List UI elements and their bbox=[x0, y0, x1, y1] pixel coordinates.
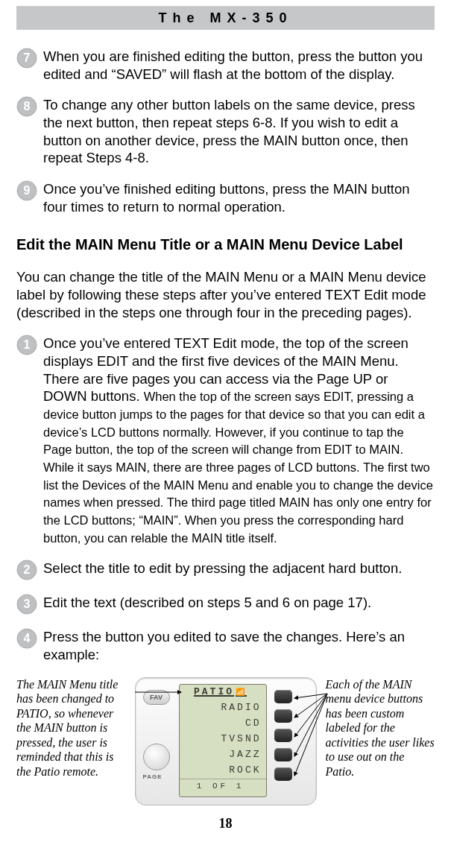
lcd-screen: PATIO📶 RADIO CD TVSND JAZZ ROCK 1 OF 1 bbox=[179, 684, 267, 797]
bullet-9: 9 bbox=[16, 180, 37, 201]
page-number: 18 bbox=[16, 816, 435, 831]
svg-text:7: 7 bbox=[24, 51, 31, 64]
svg-text:8: 8 bbox=[24, 100, 31, 113]
fav-button: FAV bbox=[143, 690, 170, 705]
step-1: 1 Once you’ve entered TEXT Edit mode, th… bbox=[16, 335, 435, 546]
svg-text:4: 4 bbox=[24, 632, 31, 644]
step-1-text: Once you’ve entered TEXT Edit mode, the … bbox=[43, 335, 435, 546]
step-2-text: Select the title to edit by pressing the… bbox=[43, 560, 435, 577]
step-8: 8 To change any other button labels on t… bbox=[16, 96, 435, 167]
bullet-8: 8 bbox=[16, 96, 37, 117]
svg-text:3: 3 bbox=[24, 598, 31, 610]
hard-buttons bbox=[274, 690, 292, 781]
step-3: 3 Edit the text (described on steps 5 an… bbox=[16, 594, 435, 615]
step-4-text: Press the button you edited to save the … bbox=[43, 628, 435, 663]
section-intro: You can change the title of the MAIN Men… bbox=[16, 268, 435, 321]
bullet-2: 2 bbox=[16, 560, 37, 580]
hard-button-5 bbox=[274, 767, 292, 781]
screen-title-text: PATIO bbox=[194, 686, 234, 697]
bullet-4: 4 bbox=[16, 628, 37, 649]
header-title: The MX-350 bbox=[158, 10, 292, 26]
signal-icon: 📶 bbox=[236, 688, 247, 697]
screen-row-5: ROCK bbox=[180, 763, 266, 779]
figure-caption-right: Each of the MAIN menu device buttons has… bbox=[326, 677, 435, 779]
screen-row-4: JAZZ bbox=[180, 747, 266, 763]
example-figure: The MAIN Menu title has been changed to … bbox=[16, 677, 435, 805]
figure-caption-left: The MAIN Menu title has been changed to … bbox=[16, 677, 126, 779]
screen-footer: 1 OF 1 bbox=[180, 779, 266, 794]
step-9: 9 Once you’ve finished editing buttons, … bbox=[16, 180, 435, 215]
step-4: 4 Press the button you edited to save th… bbox=[16, 628, 435, 663]
step-7-text: When you are finished editing the button… bbox=[43, 48, 435, 83]
device-illustration: FAV PAGE PATIO📶 RADIO CD TVSND JAZZ ROCK… bbox=[135, 677, 317, 805]
hard-button-2 bbox=[274, 709, 292, 723]
bullet-7: 7 bbox=[16, 48, 37, 69]
svg-text:2: 2 bbox=[24, 563, 31, 576]
bullet-3: 3 bbox=[16, 594, 37, 615]
header-bar: The MX-350 bbox=[16, 6, 435, 30]
step-3-text: Edit the text (described on steps 5 and … bbox=[43, 594, 435, 612]
screen-row-2: CD bbox=[180, 716, 266, 732]
screen-row-3: TVSND bbox=[180, 732, 266, 747]
hard-button-1 bbox=[274, 690, 292, 703]
hard-button-3 bbox=[274, 729, 292, 742]
page-button bbox=[143, 744, 170, 770]
step-2: 2 Select the title to edit by pressing t… bbox=[16, 560, 435, 580]
svg-text:1: 1 bbox=[24, 338, 31, 351]
hard-button-4 bbox=[274, 748, 292, 761]
screen-row-1: RADIO bbox=[180, 700, 266, 716]
svg-text:9: 9 bbox=[24, 184, 31, 197]
screen-title: PATIO📶 bbox=[180, 685, 266, 700]
step-7: 7 When you are finished editing the butt… bbox=[16, 48, 435, 83]
step-9-text: Once you’ve finished editing buttons, pr… bbox=[43, 180, 435, 215]
bullet-1: 1 bbox=[16, 335, 37, 355]
step-1-detail: When the top of the screen says EDIT, pr… bbox=[43, 390, 433, 544]
remote-body: FAV PAGE PATIO📶 RADIO CD TVSND JAZZ ROCK… bbox=[135, 677, 317, 805]
step-8-text: To change any other button labels on the… bbox=[43, 96, 435, 167]
section-heading: Edit the MAIN Menu Title or a MAIN Menu … bbox=[16, 236, 435, 253]
page-label: PAGE bbox=[143, 773, 163, 780]
